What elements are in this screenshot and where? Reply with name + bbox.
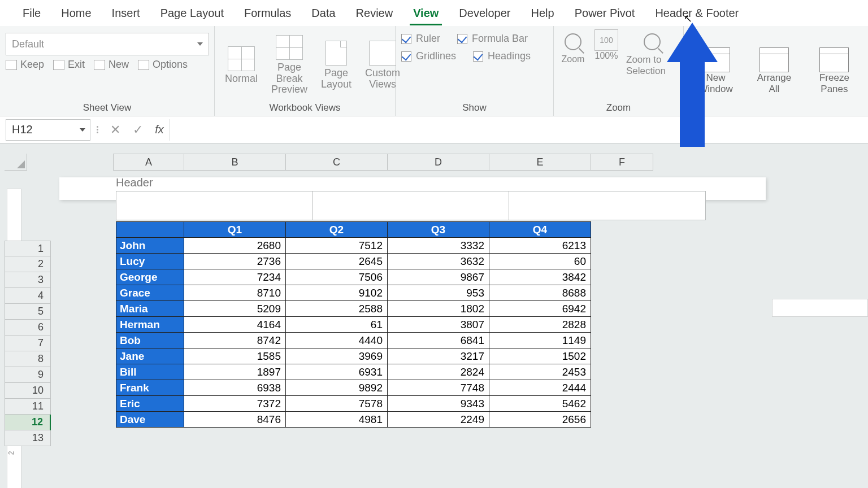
tab-view[interactable]: View	[403, 1, 449, 25]
cell-value[interactable]: 6841	[388, 333, 489, 348]
cell-value[interactable]: 2680	[184, 238, 286, 254]
cell-value[interactable]: 3842	[489, 269, 591, 285]
formula-bar-checkbox[interactable]: Formula Bar	[457, 33, 528, 45]
zoom-button[interactable]: Zoom	[559, 29, 587, 64]
cell-value[interactable]: 6213	[489, 238, 591, 254]
table-header[interactable]	[116, 222, 184, 238]
formula-input[interactable]	[170, 119, 868, 141]
cell-name[interactable]: Bob	[116, 333, 184, 348]
tab-data[interactable]: Data	[301, 1, 345, 25]
cell-value[interactable]: 953	[388, 285, 489, 301]
header-left-box[interactable]	[116, 191, 313, 220]
fx-icon[interactable]: fx	[149, 123, 170, 136]
cell-value[interactable]: 7748	[388, 380, 489, 396]
gridlines-checkbox[interactable]: Gridlines	[401, 50, 456, 62]
cell-name[interactable]: Grace	[116, 285, 184, 301]
tab-developer[interactable]: Developer	[449, 1, 520, 25]
row-header-6[interactable]: 6	[5, 320, 51, 336]
tab-home[interactable]: Home	[51, 1, 101, 25]
cell-name[interactable]: Bill	[116, 364, 184, 380]
tab-header-footer[interactable]: Header & Footer	[645, 1, 749, 25]
cell-value[interactable]: 8710	[184, 285, 286, 301]
row-header-12[interactable]: 12	[5, 415, 51, 430]
headings-checkbox[interactable]: Headings	[473, 50, 531, 62]
cell-value[interactable]: 8742	[184, 333, 286, 348]
tab-insert[interactable]: Insert	[102, 1, 150, 25]
name-box[interactable]: H12	[6, 119, 90, 141]
cell-value[interactable]: 2736	[184, 254, 286, 269]
cell-name[interactable]: Maria	[116, 301, 184, 317]
cell-value[interactable]: 5462	[489, 396, 591, 412]
cell-name[interactable]: Eric	[116, 396, 184, 412]
table-header[interactable]: Q4	[489, 222, 591, 238]
cell-value[interactable]: 2828	[489, 317, 591, 333]
tab-power-pivot[interactable]: Power Pivot	[565, 1, 645, 25]
column-header-b[interactable]: B	[184, 154, 286, 171]
cell-value[interactable]: 2656	[489, 412, 591, 428]
column-header-a[interactable]: A	[113, 154, 184, 171]
page-layout-view-button[interactable]: Page Layout	[316, 41, 356, 90]
row-header-1[interactable]: 1	[5, 241, 51, 256]
cell-value[interactable]: 6931	[286, 364, 388, 380]
header-right-box[interactable]	[509, 191, 706, 220]
cell-value[interactable]: 9892	[286, 380, 388, 396]
cell-name[interactable]: Lucy	[116, 254, 184, 269]
tab-review[interactable]: Review	[346, 1, 403, 25]
options-button[interactable]: Options	[138, 59, 188, 71]
sheet-view-select[interactable]: Default	[6, 33, 209, 55]
cell-value[interactable]: 7234	[184, 269, 286, 285]
row-header-7[interactable]: 7	[5, 336, 51, 351]
column-header-c[interactable]: C	[286, 154, 388, 171]
header-center-box[interactable]	[313, 191, 509, 220]
cell-value[interactable]: 3217	[388, 348, 489, 364]
cell-value[interactable]: 6942	[489, 301, 591, 317]
new-button[interactable]: New	[94, 59, 129, 71]
cell-value[interactable]: 2645	[286, 254, 388, 269]
cell-name[interactable]: John	[116, 238, 184, 254]
column-header-e[interactable]: E	[489, 154, 591, 171]
cell-value[interactable]: 7372	[184, 396, 286, 412]
cell-name[interactable]: George	[116, 269, 184, 285]
column-header-d[interactable]: D	[388, 154, 489, 171]
cell-value[interactable]: 3969	[286, 348, 388, 364]
cell-value[interactable]: 3332	[388, 238, 489, 254]
cell-value[interactable]: 7578	[286, 396, 388, 412]
select-all-corner[interactable]	[5, 154, 27, 171]
cell-value[interactable]: 4440	[286, 333, 388, 348]
cell-value[interactable]: 4164	[184, 317, 286, 333]
cell-value[interactable]: 5209	[184, 301, 286, 317]
cell-value[interactable]: 3807	[388, 317, 489, 333]
cell-value[interactable]: 2588	[286, 301, 388, 317]
cell-value[interactable]: 2249	[388, 412, 489, 428]
cell-value[interactable]: 8688	[489, 285, 591, 301]
cell-value[interactable]: 4981	[286, 412, 388, 428]
cell-value[interactable]: 1802	[388, 301, 489, 317]
cancel-formula-button[interactable]: ✕	[104, 123, 127, 137]
keep-button[interactable]: Keep	[6, 59, 44, 71]
arrange-all-button[interactable]: Arrange All	[752, 47, 796, 95]
table-header[interactable]: Q2	[286, 222, 388, 238]
tab-help[interactable]: Help	[521, 1, 565, 25]
cell-value[interactable]: 1585	[184, 348, 286, 364]
enter-formula-button[interactable]: ✓	[127, 123, 149, 137]
tab-formulas[interactable]: Formulas	[234, 1, 301, 25]
cell-value[interactable]: 8476	[184, 412, 286, 428]
cell-value[interactable]: 1149	[489, 333, 591, 348]
cell-name[interactable]: Dave	[116, 412, 184, 428]
row-header-3[interactable]: 3	[5, 272, 51, 288]
cell-value[interactable]: 2444	[489, 380, 591, 396]
cell-value[interactable]: 60	[489, 254, 591, 269]
row-header-9[interactable]: 9	[5, 367, 51, 383]
cell-value[interactable]: 7512	[286, 238, 388, 254]
cell-value[interactable]: 9867	[388, 269, 489, 285]
cell-name[interactable]: Jane	[116, 348, 184, 364]
cell-value[interactable]: 2453	[489, 364, 591, 380]
table-header[interactable]: Q1	[184, 222, 286, 238]
row-header-13[interactable]: 13	[5, 430, 51, 446]
zoom-100-button[interactable]: 100 100%	[594, 29, 618, 61]
row-header-10[interactable]: 10	[5, 383, 51, 399]
cell-value[interactable]: 61	[286, 317, 388, 333]
cell-value[interactable]: 9102	[286, 285, 388, 301]
page-break-preview-button[interactable]: Page Break Preview	[267, 35, 312, 95]
row-header-2[interactable]: 2	[5, 256, 51, 272]
